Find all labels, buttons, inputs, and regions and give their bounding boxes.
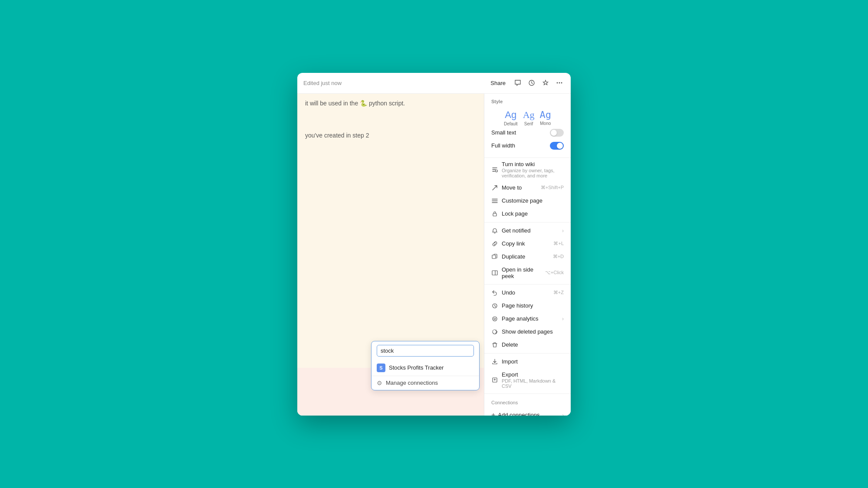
menu-item-turn-into-wiki[interactable]: Turn into wiki Organize by owner, tags, … <box>484 158 571 181</box>
add-connections-button[interactable]: + Add connections › <box>491 409 564 416</box>
page-analytics-icon <box>491 315 498 322</box>
get-notified-left: Get notified <box>491 227 531 234</box>
content-text-2: you've created in step 2 <box>305 132 369 139</box>
full-width-label: Full width <box>491 142 515 149</box>
add-connections-left: + Add connections <box>491 411 539 416</box>
search-dropdown: S Stocks Profits Tracker ⚙ Manage connec… <box>371 341 480 390</box>
menu-item-duplicate[interactable]: Duplicate ⌘+D <box>484 250 571 263</box>
move-to-label: Move to <box>502 184 522 191</box>
import-label: Import <box>502 358 518 365</box>
style-letter-mono: Ag <box>540 109 552 120</box>
customize-page-label: Customize page <box>502 197 542 204</box>
copy-link-shortcut: ⌘+L <box>553 241 564 246</box>
menu-item-customize-page[interactable]: Customize page <box>484 194 571 207</box>
style-section-title: Style <box>491 99 564 104</box>
style-option-serif[interactable]: Ag Serif <box>523 109 535 126</box>
style-option-default[interactable]: Ag Default <box>504 109 518 126</box>
topbar-actions: Share <box>487 78 565 88</box>
search-input[interactable] <box>377 345 474 357</box>
undo-left: Undo <box>491 289 515 296</box>
menu-item-content: Turn into wiki Organize by owner, tags, … <box>502 161 564 178</box>
delete-icon <box>491 341 498 348</box>
menu-item-page-analytics[interactable]: Page analytics › <box>484 312 571 325</box>
manage-connections-item[interactable]: ⚙ Manage connections <box>372 376 479 390</box>
result-name: Stocks Profits Tracker <box>389 364 444 371</box>
export-label: Export <box>502 371 564 378</box>
show-deleted-pages-left: Show deleted pages <box>491 328 553 335</box>
small-text-label: Small text <box>491 129 516 136</box>
open-side-peek-shortcut: ⌥+Click <box>545 270 564 275</box>
menu-item-import[interactable]: Import <box>484 355 571 368</box>
share-button[interactable]: Share <box>487 78 509 88</box>
topbar: Edited just now Share <box>297 73 571 94</box>
chat-icon <box>514 79 521 86</box>
search-input-row <box>372 341 479 360</box>
import-icon <box>491 358 498 365</box>
history-icon-button[interactable] <box>526 78 537 88</box>
connections-section: Connections + Add connections › <box>484 396 571 416</box>
style-letter-default: Ag <box>505 109 516 121</box>
menu-item-show-deleted-pages[interactable]: Show deleted pages <box>484 325 571 338</box>
svg-rect-5 <box>493 213 496 216</box>
svg-point-4 <box>496 170 498 172</box>
menu-item-export[interactable]: Export PDF, HTML, Markdown & CSV <box>484 368 571 392</box>
star-icon-button[interactable] <box>540 78 551 88</box>
menu-item-undo[interactable]: Undo ⌘+Z <box>484 286 571 299</box>
more-options-button[interactable] <box>554 78 565 88</box>
menu-item-get-notified[interactable]: Get notified › <box>484 224 571 237</box>
star-icon <box>542 79 549 86</box>
export-content: Export PDF, HTML, Markdown & CSV <box>502 371 564 389</box>
menu-item-delete[interactable]: Delete <box>484 338 571 351</box>
duplicate-left: Duplicate <box>491 253 525 260</box>
duplicate-label: Duplicate <box>502 253 525 260</box>
undo-icon <box>491 289 498 296</box>
lock-page-label: Lock page <box>502 210 528 217</box>
connections-title: Connections <box>491 400 564 405</box>
copy-link-icon <box>491 240 498 247</box>
menu-items-section: Turn into wiki Organize by owner, tags, … <box>484 158 571 392</box>
delete-label: Delete <box>502 341 518 348</box>
plus-icon: + <box>491 411 495 416</box>
style-letter-serif: Ag <box>523 109 535 121</box>
gear-icon: ⚙ <box>377 380 382 386</box>
get-notified-label: Get notified <box>502 227 531 234</box>
import-left: Import <box>491 358 518 365</box>
turn-into-wiki-sublabel: Organize by owner, tags, verification, a… <box>502 168 564 178</box>
menu-item-page-history[interactable]: Page history <box>484 299 571 312</box>
duplicate-shortcut: ⌘+D <box>553 254 564 259</box>
move-to-left: Move to <box>491 184 522 191</box>
export-icon <box>491 377 498 383</box>
divider-1 <box>484 222 571 223</box>
clock-icon <box>528 79 535 86</box>
app-window: Edited just now Share <box>297 73 571 416</box>
page-history-icon <box>491 302 498 309</box>
chat-icon-button[interactable] <box>513 78 523 88</box>
style-option-mono[interactable]: Ag Mono <box>540 109 552 126</box>
menu-item-open-side-peek[interactable]: Open in side peek ⌥+Click <box>484 263 571 282</box>
delete-left: Delete <box>491 341 518 348</box>
full-width-toggle-thumb <box>557 143 563 149</box>
full-width-row: Full width <box>491 139 564 152</box>
menu-item-move-to[interactable]: Move to ⌘+Shift+P <box>484 181 571 194</box>
menu-item-left: Turn into wiki Organize by owner, tags, … <box>491 161 564 178</box>
style-label-serif: Serif <box>524 121 533 126</box>
search-result-item[interactable]: S Stocks Profits Tracker <box>372 360 479 376</box>
copy-link-label: Copy link <box>502 240 525 247</box>
svg-point-1 <box>557 82 558 84</box>
small-text-toggle[interactable] <box>550 129 564 137</box>
svg-point-2 <box>559 82 560 84</box>
page-analytics-chevron: › <box>562 316 564 322</box>
svg-point-10 <box>493 317 497 321</box>
page-analytics-left: Page analytics <box>491 315 539 322</box>
result-icon: S <box>377 364 385 372</box>
style-section: Style Ag Default Ag Serif Ag Mono <box>484 94 571 158</box>
page-history-label: Page history <box>502 302 533 309</box>
svg-rect-7 <box>492 271 497 275</box>
small-text-row: Small text <box>491 126 564 139</box>
full-width-toggle[interactable] <box>550 142 564 150</box>
turn-into-wiki-icon <box>491 166 498 173</box>
menu-item-lock-page[interactable]: Lock page <box>484 207 571 220</box>
menu-item-copy-link[interactable]: Copy link ⌘+L <box>484 237 571 250</box>
style-options: Ag Default Ag Serif Ag Mono <box>491 109 564 126</box>
divider-4 <box>484 393 571 394</box>
